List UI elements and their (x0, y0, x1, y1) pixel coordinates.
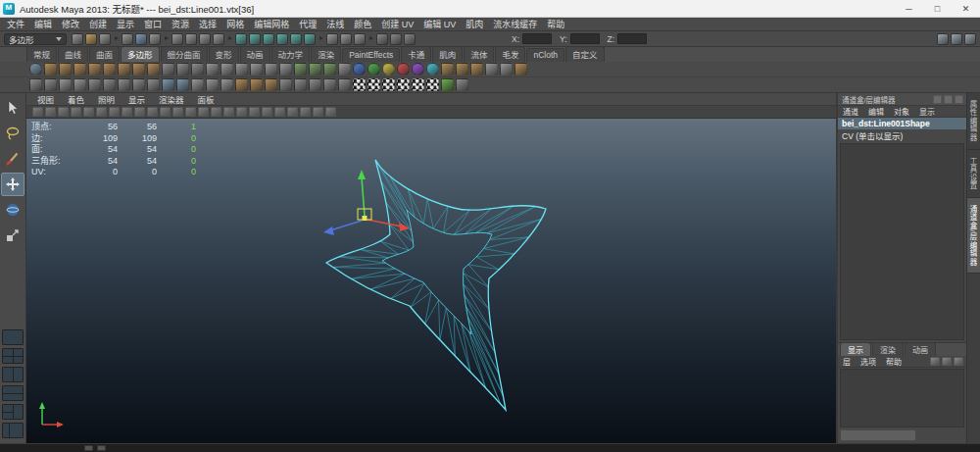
construction-history-icon[interactable] (354, 33, 366, 45)
menuset-dropdown[interactable]: 多边形 (4, 33, 67, 45)
uv-automatic-mapping-icon[interactable] (338, 78, 351, 91)
statusline-divider-2[interactable] (163, 32, 170, 45)
material-ball-purple-icon[interactable] (412, 63, 424, 75)
poly-cylinder-icon[interactable] (59, 63, 72, 75)
viewport-toolbar-icon-9[interactable] (134, 107, 145, 117)
menubar-item-创建 UV[interactable]: 创建 UV (376, 18, 418, 30)
layer-menu-层[interactable]: 层 (838, 356, 856, 367)
viewport-toolbar-icon-4[interactable] (71, 107, 81, 117)
uv-checker-4-icon[interactable] (397, 78, 410, 91)
toggle-tool-settings-icon[interactable] (951, 33, 962, 45)
viewport-toolbar-icon-23[interactable] (313, 107, 323, 117)
shelf-tab-流体[interactable]: 流体 (464, 47, 494, 62)
coord-input-0[interactable] (522, 33, 552, 44)
channelbox-menu-显示[interactable]: 显示 (914, 106, 940, 117)
manipulator-center-handle[interactable] (363, 216, 368, 221)
bridge-icon[interactable] (456, 63, 468, 75)
viewport-toolbar-icon-14[interactable] (198, 107, 209, 117)
mirror-geometry-icon[interactable] (338, 63, 351, 75)
snap-to-point-icon[interactable] (263, 33, 274, 45)
render-current-frame-icon[interactable] (376, 33, 388, 45)
quad-draw-icon[interactable] (44, 78, 57, 91)
boolean-intersection-icon[interactable] (279, 63, 292, 75)
side-tab-通道盒/层编辑器[interactable]: 通道盒/层编辑器 (967, 198, 980, 275)
shelf-tab-卡通[interactable]: 卡通 (401, 47, 431, 62)
selection-mask-surfaces-icon[interactable] (213, 33, 224, 45)
viewport-toolbar-icon-13[interactable] (185, 107, 196, 117)
separate-icon[interactable] (220, 63, 233, 75)
maximize-button[interactable]: □ (923, 0, 952, 17)
viewport-toolbar-icon-2[interactable] (45, 107, 56, 117)
triangulate-icon[interactable] (309, 63, 321, 75)
material-ball-yellow-icon[interactable] (382, 63, 395, 75)
material-ball-blue-icon[interactable] (353, 63, 366, 75)
menubar-item-创建[interactable]: 创建 (84, 18, 112, 30)
render-settings-icon[interactable] (404, 33, 416, 45)
poly-pyramid-icon[interactable] (132, 63, 145, 75)
layout-outliner-persp-button[interactable] (2, 423, 24, 438)
coord-input-2[interactable] (617, 33, 647, 44)
slide-edge-icon[interactable] (118, 78, 130, 91)
snap-to-view-plane-icon[interactable] (290, 33, 302, 45)
delete-edge-icon[interactable] (132, 78, 145, 91)
layer-menu-选项[interactable]: 选项 (856, 356, 881, 367)
paint-transfer-weights-icon[interactable] (250, 78, 263, 91)
layer-list[interactable] (840, 369, 964, 427)
layer-menu-帮助[interactable]: 帮助 (881, 356, 906, 367)
shelf-tab-肌肉[interactable]: 肌肉 (432, 47, 463, 62)
viewport-toolbar-icon-8[interactable] (122, 107, 132, 117)
viewport-toolbar-icon-11[interactable] (160, 107, 171, 117)
poly-soccer-ball-icon[interactable] (176, 63, 189, 75)
transfer-attributes-icon[interactable] (235, 78, 248, 91)
menubar-item-法线[interactable]: 法线 (321, 18, 349, 30)
uv-checker-1-icon[interactable] (353, 78, 366, 91)
statusline-divider-3[interactable] (226, 32, 233, 45)
viewport-toolbar-icon-20[interactable] (274, 107, 285, 117)
title-bar[interactable]: Autodesk Maya 2013: 无标题* --- bei_dst:Lin… (0, 0, 980, 18)
viewport-toolbar-icon-3[interactable] (58, 107, 69, 117)
soften-edge-icon[interactable] (294, 78, 307, 91)
y-axis-handle[interactable] (358, 170, 366, 179)
append-polygon-icon[interactable] (470, 63, 483, 75)
material-ball-green-icon[interactable] (368, 63, 380, 75)
viewport-toolbar-icon-5[interactable] (83, 107, 94, 117)
channel-box-object-row[interactable]: bei_dst:Line001Shape (838, 118, 966, 129)
menubar-item-颜色[interactable]: 颜色 (349, 18, 376, 30)
toggle-channel-box-icon[interactable] (964, 33, 976, 45)
mesh-outline[interactable] (326, 160, 546, 410)
reduce-icon[interactable] (191, 78, 204, 91)
input-connections-icon[interactable] (326, 33, 338, 45)
uv-checker-5-icon[interactable] (412, 78, 424, 91)
select-by-object-icon[interactable] (135, 33, 147, 45)
viewport-toolbar-icon-24[interactable] (325, 107, 336, 117)
shelf-tab-渲染[interactable]: 渲染 (311, 47, 341, 62)
target-weld-icon[interactable] (74, 78, 86, 91)
quadrangulate-icon[interactable] (323, 63, 336, 75)
vertex-normals-icon[interactable] (279, 78, 292, 91)
side-tab-属性编辑器[interactable]: 属性编辑器 (967, 93, 980, 150)
viewport-toolbar-icon-22[interactable] (300, 107, 311, 117)
viewport-toolbar-icon-19[interactable] (262, 107, 272, 117)
poly-prism-icon[interactable] (118, 63, 130, 75)
menubar-item-选择[interactable]: 选择 (194, 18, 221, 30)
poly-plane-icon[interactable] (88, 63, 101, 75)
viewport-toolbar-icon-17[interactable] (236, 107, 247, 117)
scale-tool-button[interactable] (1, 224, 24, 247)
uv-snapshot-icon[interactable] (441, 78, 454, 91)
cleanup-icon[interactable] (206, 78, 219, 91)
select-by-component-icon[interactable] (149, 33, 161, 45)
viewport-menu-视图[interactable]: 视图 (30, 93, 61, 105)
output-connections-icon[interactable] (340, 33, 352, 45)
viewport-toolbar-icon-12[interactable] (172, 107, 183, 117)
scene-new-icon[interactable] (72, 33, 83, 45)
uv-planar-mapping-icon[interactable] (323, 78, 336, 91)
menubar-item-资源[interactable]: 资源 (167, 18, 194, 30)
new-empty-layer-icon[interactable] (930, 357, 940, 366)
shelf-tab-曲线[interactable]: 曲线 (58, 47, 88, 62)
menubar-item-帮助[interactable]: 帮助 (542, 18, 569, 30)
scene-open-icon[interactable] (85, 33, 97, 45)
shelf-tab-多边形[interactable]: 多边形 (121, 47, 160, 62)
statusline-divider-5[interactable] (368, 32, 374, 45)
poly-cone-icon[interactable] (74, 63, 86, 75)
layer-editor-footer-field[interactable] (840, 429, 916, 441)
